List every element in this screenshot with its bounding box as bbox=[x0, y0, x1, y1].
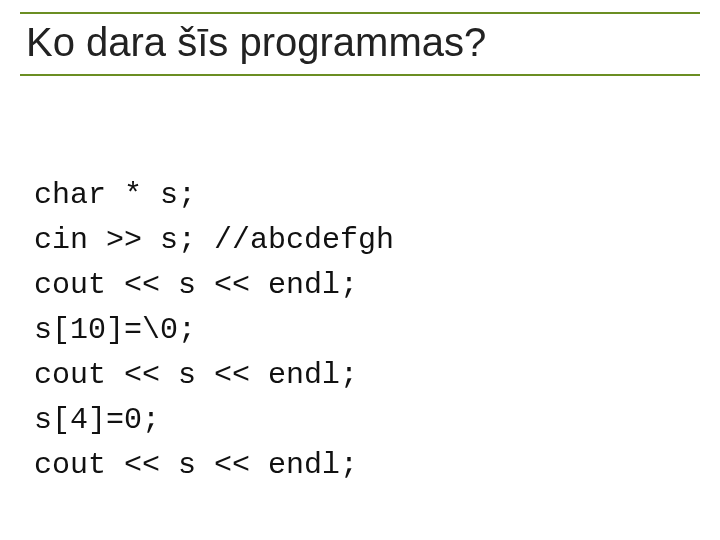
title-block: Ko dara šīs programmas? bbox=[20, 12, 700, 76]
code-line: s[4]=0; bbox=[34, 403, 160, 437]
code-line: cout << s << endl; bbox=[34, 358, 358, 392]
code-line: cin >> s; //abcdefgh bbox=[34, 223, 394, 257]
slide: Ko dara šīs programmas? char * s; cin >>… bbox=[0, 0, 720, 540]
title-rule-bottom bbox=[20, 74, 700, 76]
code-line: s[10]=\0; bbox=[34, 313, 196, 347]
code-line: cout << s << endl; bbox=[34, 268, 358, 302]
code-block: char * s; cin >> s; //abcdefgh cout << s… bbox=[34, 128, 394, 533]
code-line: cout << s << endl; bbox=[34, 448, 358, 482]
slide-title: Ko dara šīs programmas? bbox=[20, 14, 700, 74]
code-line: char * s; bbox=[34, 178, 196, 212]
